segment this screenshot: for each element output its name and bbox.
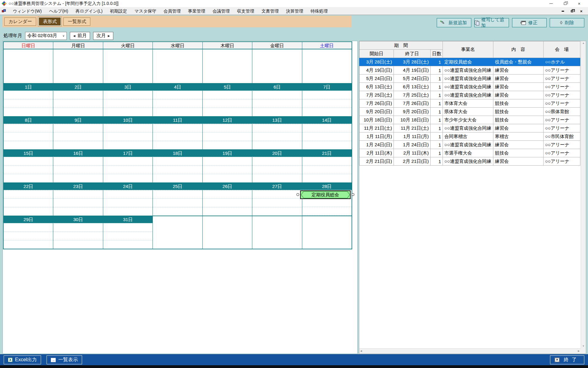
day-cell[interactable]: 19日: [203, 150, 252, 182]
schedule-row[interactable]: 2月 11日(木)2月 11日(木)1市選手権大会競技会○○アリーナ: [360, 149, 580, 157]
column-start-date: 開始日: [360, 50, 394, 58]
edit-button[interactable]: 修正: [512, 18, 547, 27]
day-cell[interactable]: 30日: [53, 216, 103, 249]
day-cell[interactable]: 8日: [4, 117, 53, 149]
minimize-button[interactable]: [544, 0, 558, 7]
exit-button[interactable]: × 終了: [550, 355, 584, 364]
day-cell[interactable]: 31日: [103, 216, 153, 249]
day-cell[interactable]: 10日: [103, 117, 153, 149]
day-cell[interactable]: [302, 216, 352, 249]
menu-item[interactable]: 会員管理: [160, 8, 184, 14]
day-cell[interactable]: 17日: [103, 150, 153, 182]
schedule-row[interactable]: 1月 11日(月)1月 11日(月)1合同寒稽古寒稽古○○市民体育館: [360, 132, 580, 141]
day-cell[interactable]: 16日: [53, 150, 103, 182]
day-cell[interactable]: [252, 216, 302, 249]
day-cell[interactable]: [203, 216, 252, 249]
schedule-row[interactable]: 9月 20日(日)9月 20日(日)1県体育大会競技会○○県体育館: [360, 108, 580, 116]
day-cell[interactable]: [203, 49, 252, 83]
schedule-row[interactable]: 10月 18日(日)10月 18日(日)1市少年少女大会競技会○○アリーナ: [360, 116, 580, 124]
day-cell[interactable]: 22日: [4, 183, 53, 216]
menu-item[interactable]: 決算管理: [282, 8, 307, 14]
event-slot: [252, 141, 302, 149]
day-cell[interactable]: [153, 216, 202, 249]
tab-calendar[interactable]: カレンダー: [4, 17, 36, 26]
day-cell[interactable]: 6日: [252, 84, 302, 116]
schedule-row[interactable]: 4月 19日(日)4月 19日(日)1○○連盟育成強化合同練練習会○○アリーナ: [360, 66, 580, 75]
schedule-row[interactable]: 11月 21日(土)11月 21日(土)1○○連盟育成強化合同練練習会○○アリー…: [360, 124, 580, 132]
schedule-row[interactable]: 1月 24日(日)1月 24日(日)1○○連盟育成強化合同練練習会○○アリーナ: [360, 141, 580, 149]
tab-list-format[interactable]: 一覧形式: [63, 17, 90, 26]
day-cell[interactable]: 24日: [103, 183, 153, 216]
schedule-row[interactable]: 3月 28日(土)3月 28日(土)1定期役員総会役員総会・懇親会○○ホテル: [360, 58, 580, 66]
day-cell[interactable]: 3日: [103, 84, 153, 116]
menu-item[interactable]: 文書管理: [258, 8, 282, 14]
day-cell[interactable]: 15日: [4, 150, 53, 182]
day-cell[interactable]: [103, 49, 153, 83]
day-cell[interactable]: 12日: [203, 117, 252, 149]
menu-item[interactable]: 会議管理: [209, 8, 233, 14]
schedule-row[interactable]: 7月 26日(日)7月 26日(日)1市体育大会競技会○○アリーナ: [360, 99, 580, 108]
day-cell[interactable]: 14日: [302, 117, 352, 149]
excel-export-button[interactable]: X Excel出力: [4, 355, 41, 364]
day-cell[interactable]: 26日: [203, 183, 252, 216]
schedule-row[interactable]: 7月 25日(土)7月 25日(土)1○○連盟育成強化合同練練習会○○アリーナ: [360, 91, 580, 99]
day-cell[interactable]: 11日: [153, 117, 202, 149]
day-cell[interactable]: [252, 49, 302, 83]
mdi-minimize-button[interactable]: [560, 9, 565, 13]
delete-button[interactable]: ◊ 削除: [550, 18, 584, 27]
menu-item[interactable]: ヘルプ(H): [45, 8, 72, 14]
mdi-restore-button[interactable]: [570, 9, 575, 13]
day-cell[interactable]: [302, 49, 352, 83]
next-month-button[interactable]: 次月 ▶: [93, 32, 113, 40]
day-cell[interactable]: [53, 49, 103, 83]
scroll-up-icon[interactable]: ▲: [582, 42, 585, 44]
schedule-row[interactable]: 6月 13日(土)6月 13日(土)1○○連盟育成強化合同練練習会○○アリーナ: [360, 83, 580, 91]
menu-item[interactable]: 事業管理: [184, 8, 209, 14]
selection-handle[interactable]: [296, 193, 299, 196]
copy-add-button[interactable]: 複写して追加: [474, 18, 509, 27]
day-cell[interactable]: [153, 49, 202, 83]
day-cell[interactable]: 5日: [203, 84, 252, 116]
day-cell[interactable]: 27日: [252, 183, 302, 216]
menu-item[interactable]: マスタ保守: [131, 8, 160, 14]
schedule-row[interactable]: 5月 24日(日)5月 24日(日)1○○連盟育成強化合同練練習会○○アリーナ: [360, 75, 580, 83]
selection-handle[interactable]: [352, 193, 354, 196]
day-cell[interactable]: [4, 49, 53, 83]
scroll-left-icon[interactable]: ◀: [360, 350, 362, 352]
day-cell[interactable]: 13日: [252, 117, 302, 149]
day-cell[interactable]: 28日定期役員総会: [302, 183, 352, 216]
day-cell[interactable]: 18日: [153, 150, 202, 182]
vertical-scrollbar[interactable]: ▲ ▼: [581, 41, 586, 348]
menu-item[interactable]: 初期設定: [106, 8, 131, 14]
day-cell[interactable]: 2日: [53, 84, 103, 116]
day-cell[interactable]: 29日: [4, 216, 53, 249]
schedule-row[interactable]: 2月 21日(日)2月 21日(日)1○○連盟育成強化合同練練習会○○アリーナ: [360, 157, 580, 166]
day-cell[interactable]: 25日: [153, 183, 202, 216]
close-button[interactable]: ×: [572, 0, 586, 7]
day-cell[interactable]: 4日: [153, 84, 202, 116]
day-cell[interactable]: 20日: [252, 150, 302, 182]
event-slot: [53, 240, 103, 249]
menu-item[interactable]: 収支管理: [233, 8, 258, 14]
scroll-down-icon[interactable]: ▼: [582, 345, 585, 347]
horizontal-scrollbar[interactable]: ◀ ▶: [359, 348, 581, 354]
day-cell[interactable]: 7日: [302, 84, 352, 116]
prev-month-button[interactable]: ◀ 前月: [70, 32, 90, 40]
calendar-event[interactable]: 定期役員総会: [300, 190, 351, 199]
day-cell[interactable]: 23日: [53, 183, 103, 216]
day-cell[interactable]: 21日: [302, 150, 352, 182]
menu-item[interactable]: 再ログイン(L): [72, 8, 106, 14]
list-view-button[interactable]: → 一覧表示: [47, 355, 82, 364]
tab-table-format[interactable]: 表形式: [38, 17, 61, 26]
mdi-close-button[interactable]: ×: [579, 9, 584, 13]
restore-button[interactable]: [558, 0, 572, 7]
scroll-right-icon[interactable]: ▶: [578, 350, 580, 352]
day-slots: [153, 124, 202, 149]
period-select[interactable]: 令和 02年03月 ∨: [25, 32, 67, 40]
menu-item[interactable]: 特殊処理: [307, 8, 331, 14]
menu-item[interactable]: ウィンドウ(W): [9, 8, 45, 14]
day-cell[interactable]: 9日: [53, 117, 103, 149]
add-new-button[interactable]: +✎ 新規追加: [437, 18, 471, 27]
menu-bar: ウィンドウ(W)ヘルプ(H)再ログイン(L)初期設定マスタ保守会員管理事業管理会…: [0, 7, 588, 15]
day-cell[interactable]: 1日: [4, 84, 53, 116]
